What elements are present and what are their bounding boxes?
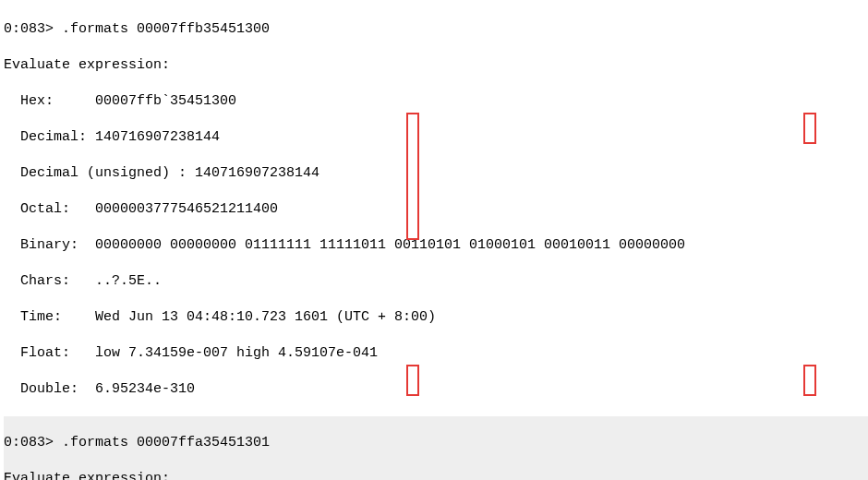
eval-header-1: Evaluate expression:: [4, 56, 868, 75]
chars-line-1: Chars: ..?.5E..: [4, 272, 868, 291]
double-line-1: Double: 6.95234e-310: [4, 380, 868, 399]
debugger-output: 0:083> .formats 00007ffb35451300 Evaluat…: [0, 0, 868, 480]
float-line-1: Float: low 7.34159e-007 high 4.59107e-04…: [4, 344, 868, 363]
eval-header-2: Evaluate expression:: [4, 470, 868, 480]
cmd-prompt-1[interactable]: 0:083> .formats 00007ffb35451300: [4, 20, 868, 39]
hex-line-1: Hex: 00007ffb`35451300: [4, 92, 868, 111]
decimal-unsigned-line-1: Decimal (unsigned) : 140716907238144: [4, 164, 868, 183]
selected-block: 0:083> .formats 00007ffa35451301 Evaluat…: [4, 416, 868, 481]
octal-line-1: Octal: 0000003777546521211400: [4, 200, 868, 219]
time-line-1: Time: Wed Jun 13 04:48:10.723 1601 (UTC …: [4, 308, 868, 327]
binary-line-1: Binary: 00000000 00000000 01111111 11111…: [4, 236, 868, 255]
cmd-prompt-2[interactable]: 0:083> .formats 00007ffa35451301: [4, 434, 868, 452]
decimal-line-1: Decimal: 140716907238144: [4, 128, 868, 147]
